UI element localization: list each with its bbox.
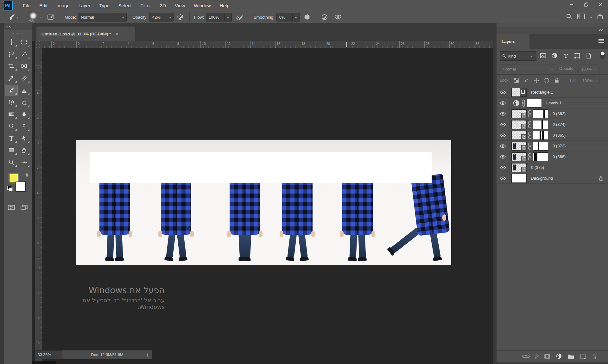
menu-item-select[interactable]: Select bbox=[114, 0, 136, 11]
workspace-icon[interactable] bbox=[577, 13, 585, 21]
mask-link-icon[interactable] bbox=[528, 153, 532, 161]
paint-symmetry-icon[interactable] bbox=[334, 13, 342, 21]
new-group-icon[interactable] bbox=[567, 354, 574, 359]
visibility-eye-icon[interactable] bbox=[497, 162, 510, 173]
clone-stamp-tool[interactable] bbox=[18, 85, 30, 96]
doc-size-status[interactable]: Doc: 12.0M/51.8M ⟩ bbox=[62, 350, 152, 359]
layer-thumbnail[interactable] bbox=[511, 163, 527, 172]
panel-menu-icon[interactable] bbox=[598, 39, 604, 43]
brush-tool[interactable] bbox=[5, 85, 18, 96]
blur-tool[interactable] bbox=[18, 109, 30, 120]
lock-all-icon[interactable] bbox=[553, 77, 560, 84]
gradient-tool[interactable] bbox=[5, 109, 18, 120]
menu-item-type[interactable]: Type bbox=[95, 0, 114, 11]
visibility-eye-icon[interactable] bbox=[497, 108, 510, 119]
swap-colors-icon[interactable]: ⇄ bbox=[25, 173, 29, 177]
layer-row-0-362-[interactable]: 0 (362) bbox=[497, 108, 608, 119]
visibility-eye-icon[interactable] bbox=[497, 87, 510, 97]
layer-mask-thumbnail[interactable] bbox=[533, 120, 548, 129]
menu-item-3d[interactable]: 3D bbox=[155, 0, 170, 11]
layer-mask-thumbnail[interactable] bbox=[533, 152, 548, 161]
opacity-field[interactable]: 42% bbox=[149, 13, 174, 22]
move-tool[interactable] bbox=[5, 37, 18, 47]
ruler-corner[interactable] bbox=[35, 41, 42, 48]
restore-button[interactable] bbox=[579, 0, 593, 9]
ruler-top[interactable]: 202468101214161820222426283032 bbox=[42, 41, 493, 48]
panel-collapse-button[interactable]: >> bbox=[599, 28, 604, 32]
frame-tool[interactable] bbox=[18, 61, 30, 71]
airbrush-icon[interactable] bbox=[236, 13, 244, 21]
marquee-tool[interactable] bbox=[18, 37, 30, 47]
layer-thumbnail[interactable] bbox=[511, 120, 527, 129]
smoothing-field[interactable]: 0% bbox=[276, 13, 300, 22]
layer-thumbnail[interactable] bbox=[511, 152, 527, 161]
menu-item-window[interactable]: Window bbox=[189, 0, 215, 11]
layer-row-0-375-[interactable]: 0 (375) bbox=[497, 162, 608, 173]
visibility-eye-icon[interactable] bbox=[497, 173, 510, 183]
fill-field[interactable]: 100% bbox=[580, 76, 600, 85]
visibility-eye-icon[interactable] bbox=[497, 98, 510, 108]
background-color-swatch[interactable] bbox=[16, 182, 26, 192]
mode-select[interactable]: Normal bbox=[78, 13, 127, 22]
add-adjustment-icon[interactable] bbox=[556, 353, 562, 360]
minimize-button[interactable] bbox=[564, 0, 579, 9]
menu-item-filter[interactable]: Filter bbox=[136, 0, 155, 11]
menu-item-layer[interactable]: Layer bbox=[74, 0, 95, 11]
zoom-tool[interactable] bbox=[5, 157, 18, 168]
path-select-tool[interactable] bbox=[18, 133, 30, 144]
layer-mask-thumbnail[interactable] bbox=[533, 131, 548, 140]
pressure-opacity-icon[interactable] bbox=[177, 13, 184, 21]
menu-item-edit[interactable]: Edit bbox=[35, 0, 52, 11]
toolbar-collapse-button[interactable]: << bbox=[4, 23, 32, 30]
visibility-eye-icon[interactable] bbox=[497, 130, 510, 140]
filter-smart-object-icon[interactable] bbox=[585, 51, 593, 60]
lock-transparency-icon[interactable] bbox=[512, 77, 520, 84]
document-tab[interactable]: Untitled-1.psd @ 33.3% (RGB/8#) * × bbox=[36, 27, 135, 41]
filter-type-icon[interactable] bbox=[562, 51, 570, 60]
flow-field[interactable]: 100% bbox=[206, 13, 232, 22]
default-colors-icon[interactable] bbox=[7, 186, 12, 191]
ruler-left[interactable]: 6420246810121416 bbox=[35, 48, 42, 364]
layer-row-0-368-[interactable]: 0 (368) bbox=[497, 151, 608, 162]
layer-style-icon[interactable]: fx bbox=[535, 354, 539, 359]
healing-tool[interactable] bbox=[18, 73, 30, 83]
layer-mask-thumbnail[interactable] bbox=[533, 142, 548, 151]
close-button[interactable] bbox=[593, 0, 608, 9]
brush-settings-button[interactable]: 400 bbox=[26, 12, 37, 22]
search-icon[interactable] bbox=[566, 13, 573, 21]
eraser-tool[interactable] bbox=[18, 97, 30, 108]
lasso-tool[interactable] bbox=[5, 49, 18, 59]
layer-mask-thumbnail[interactable] bbox=[533, 109, 548, 118]
type-tool[interactable] bbox=[5, 133, 18, 144]
layer-row-rectangle-1[interactable]: Rectangle 1 bbox=[497, 87, 608, 98]
quick-select-tool[interactable] bbox=[18, 49, 30, 59]
layer-thumbnail[interactable] bbox=[511, 88, 527, 97]
screen-mode-button[interactable] bbox=[20, 204, 28, 213]
filter-shape-icon[interactable] bbox=[573, 51, 581, 60]
layer-row-0-372-[interactable]: 0 (372) bbox=[497, 141, 608, 151]
menu-item-file[interactable]: File bbox=[18, 0, 35, 11]
visibility-eye-icon[interactable] bbox=[497, 151, 510, 162]
new-layer-icon[interactable] bbox=[580, 353, 586, 360]
hand-tool[interactable] bbox=[18, 145, 30, 156]
history-brush-tool[interactable] bbox=[5, 97, 18, 108]
layer-row-0-365-[interactable]: 0 (365) bbox=[497, 130, 608, 141]
menu-item-image[interactable]: Image bbox=[52, 0, 74, 11]
layer-thumbnail[interactable] bbox=[511, 131, 527, 140]
delete-layer-icon[interactable] bbox=[592, 353, 597, 360]
layer-row-background[interactable]: Background bbox=[497, 173, 608, 184]
tab-close-icon[interactable]: × bbox=[115, 31, 118, 37]
layer-thumbnail[interactable] bbox=[511, 174, 527, 183]
filter-image-icon[interactable] bbox=[539, 51, 547, 60]
options-grip[interactable] bbox=[4, 13, 5, 21]
pen-tool[interactable] bbox=[18, 121, 30, 132]
visibility-eye-icon[interactable] bbox=[497, 141, 510, 151]
add-mask-icon[interactable] bbox=[544, 354, 550, 359]
tool-preset-chevron-icon[interactable] bbox=[17, 16, 20, 18]
brush-size-chevron-icon[interactable] bbox=[40, 16, 43, 18]
toolbar-grip[interactable] bbox=[12, 33, 23, 34]
layer-mask-thumbnail[interactable] bbox=[527, 99, 542, 108]
brush-panel-toggle-icon[interactable] bbox=[47, 14, 55, 21]
filter-adjustment-icon[interactable] bbox=[550, 51, 559, 60]
filter-kind-select[interactable]: Kind bbox=[500, 51, 536, 61]
